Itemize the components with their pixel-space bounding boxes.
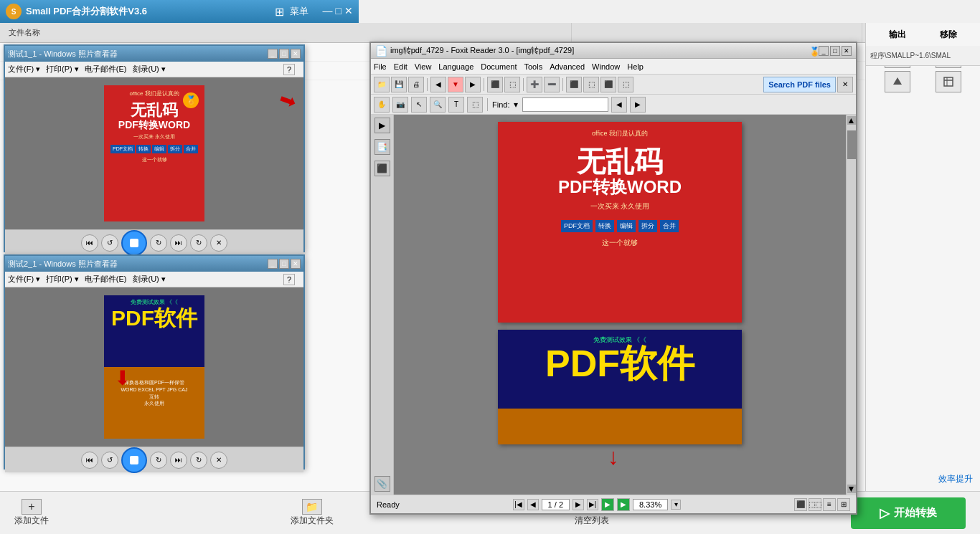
sidebar-thumbs[interactable]: ⬛: [374, 161, 390, 176]
pv2-help[interactable]: ?: [283, 274, 295, 285]
find-input[interactable]: [522, 97, 608, 112]
pv2-rotate-left[interactable]: ↺: [101, 452, 118, 469]
view-double[interactable]: ⬚⬚: [809, 498, 821, 511]
pv1-close[interactable]: ✕: [291, 49, 301, 59]
pv1-prev[interactable]: ⏮: [81, 234, 98, 252]
pv2-prev[interactable]: ⏮: [81, 452, 98, 469]
scroll-down[interactable]: ▼: [847, 485, 856, 493]
tb-snapshot[interactable]: 📷: [392, 97, 408, 113]
tb-nav-arrow[interactable]: ▼: [448, 77, 463, 92]
menu-file[interactable]: File: [374, 62, 387, 71]
pv2-close[interactable]: ✕: [291, 259, 301, 269]
menu-view[interactable]: View: [415, 62, 432, 71]
pv1-rotate-left[interactable]: ↺: [101, 234, 118, 252]
menu-advanced[interactable]: Advanced: [550, 62, 585, 71]
nav-next[interactable]: ▶: [573, 499, 584, 510]
nav-prev[interactable]: ◀: [527, 499, 539, 510]
foxit-close[interactable]: ✕: [842, 46, 852, 56]
pv2-next[interactable]: ⏭: [170, 452, 187, 469]
tb-open[interactable]: 📁: [374, 77, 390, 92]
view-cont[interactable]: ≡: [823, 498, 836, 511]
pv1-menu-print[interactable]: 打印(P) ▾: [46, 64, 79, 75]
foxit-pdf-area[interactable]: office 我们是认真的 🏅 无乱码 PDF转换WORD 一次买来 永久使用 …: [394, 115, 846, 495]
tb-layout3[interactable]: ⬛: [600, 77, 616, 92]
pv2-maximize[interactable]: □: [279, 259, 289, 269]
move-down-icon[interactable]: [936, 71, 961, 92]
tb-fit-width[interactable]: ⬚: [504, 77, 520, 92]
pv1-help[interactable]: ?: [283, 64, 295, 75]
grid-icon[interactable]: ⊞: [275, 5, 284, 19]
add-folder-button[interactable]: 📁 添加文件夹: [291, 499, 334, 527]
play-btn2[interactable]: ▶: [617, 498, 630, 511]
scroll-up[interactable]: ▲: [847, 116, 856, 125]
find-prev[interactable]: ◀: [611, 97, 627, 113]
tb-save[interactable]: 💾: [391, 77, 407, 92]
sidebar-annots[interactable]: 📎: [374, 476, 390, 492]
tb-zoom-out[interactable]: ➖: [544, 77, 560, 92]
tb-print[interactable]: 🖨: [408, 77, 424, 92]
pv1-menu-file[interactable]: 文件(F) ▾: [8, 64, 40, 75]
pv2-menu-print[interactable]: 打印(P) ▾: [46, 274, 79, 285]
pv1-rotate-right[interactable]: ↻: [150, 234, 167, 252]
find-next[interactable]: ▶: [630, 97, 646, 113]
nav-last[interactable]: ▶|: [587, 499, 598, 510]
page-display[interactable]: 1 / 2: [542, 499, 570, 510]
pv2-menu-burn[interactable]: 刻录(U) ▾: [133, 274, 166, 285]
nav-first[interactable]: |◀: [513, 499, 524, 510]
menu-edit[interactable]: Edit: [394, 62, 407, 71]
pv1-menu-email[interactable]: 电子邮件(E): [85, 64, 127, 75]
tb-layout2[interactable]: ⬚: [583, 77, 599, 92]
pv1-next[interactable]: ⏭: [170, 234, 187, 252]
tb-annot[interactable]: ⬚: [467, 97, 483, 113]
minimize-button[interactable]: —: [323, 5, 333, 19]
pv2-delete[interactable]: ✕: [210, 452, 227, 469]
search-pdf-btn[interactable]: Search PDF files: [763, 77, 836, 92]
pv1-maximize[interactable]: □: [279, 49, 289, 59]
menu-window[interactable]: Window: [592, 62, 620, 71]
pv2-play[interactable]: [121, 447, 147, 473]
foxit-scrollbar[interactable]: ▲ ▼: [846, 115, 856, 495]
view-single[interactable]: ⬛: [794, 498, 807, 511]
tb-fit-page[interactable]: ⬛: [487, 77, 503, 92]
pv1-play[interactable]: [121, 230, 147, 256]
tb-full[interactable]: ⬚: [618, 77, 633, 92]
menu-label[interactable]: 菜单: [290, 5, 308, 19]
menu-document[interactable]: Document: [481, 62, 517, 71]
pv2-rotate-right2[interactable]: ↻: [190, 452, 207, 469]
view-split[interactable]: ⊞: [837, 498, 850, 511]
menu-help[interactable]: Help: [627, 62, 644, 71]
play-btn[interactable]: ▶: [601, 498, 614, 511]
tb-back[interactable]: ◀: [430, 77, 446, 92]
tb-text[interactable]: T: [448, 97, 464, 113]
tb-hand[interactable]: ✋: [374, 97, 390, 113]
add-file-button[interactable]: + 添加文件: [14, 499, 49, 527]
maximize-button[interactable]: □: [336, 5, 341, 19]
foxit-maximize[interactable]: □: [830, 46, 840, 56]
foxit-minimize[interactable]: _: [819, 46, 829, 56]
tb-layout1[interactable]: ⬛: [566, 77, 582, 92]
pv2-menu-file[interactable]: 文件(F) ▾: [8, 274, 40, 285]
tb-select[interactable]: ↖: [411, 97, 427, 113]
tb-fwd[interactable]: ▶: [465, 77, 481, 92]
tb-zoom-in[interactable]: ➕: [527, 77, 542, 92]
find-dropdown[interactable]: ▾: [514, 100, 518, 110]
pv1-delete[interactable]: ✕: [210, 234, 227, 252]
pv1-minimize[interactable]: _: [268, 49, 278, 59]
menu-language[interactable]: Language: [438, 62, 473, 71]
scroll-thumb[interactable]: [847, 130, 856, 159]
tb-close-search[interactable]: ✕: [837, 77, 853, 92]
pv2-rotate-right[interactable]: ↻: [150, 452, 167, 469]
zoom-display[interactable]: 8.33%: [633, 499, 668, 510]
close-button[interactable]: ✕: [344, 5, 353, 19]
zoom-dropdown[interactable]: ▾: [671, 500, 681, 510]
pv2-menu-email[interactable]: 电子邮件(E): [85, 274, 127, 285]
pv1-rotate-right2[interactable]: ↻: [190, 234, 207, 252]
move-up-icon[interactable]: [885, 71, 910, 92]
tb-zoom[interactable]: 🔍: [430, 97, 446, 113]
pv2-minimize[interactable]: _: [268, 259, 278, 269]
pv1-menu-burn[interactable]: 刻录(U) ▾: [133, 64, 166, 75]
start-convert-button[interactable]: ▷ 开始转换: [851, 497, 966, 529]
menu-tools[interactable]: Tools: [524, 62, 542, 71]
sidebar-bookmarks[interactable]: 📑: [374, 139, 390, 155]
sidebar-pages[interactable]: ▶: [374, 118, 390, 133]
